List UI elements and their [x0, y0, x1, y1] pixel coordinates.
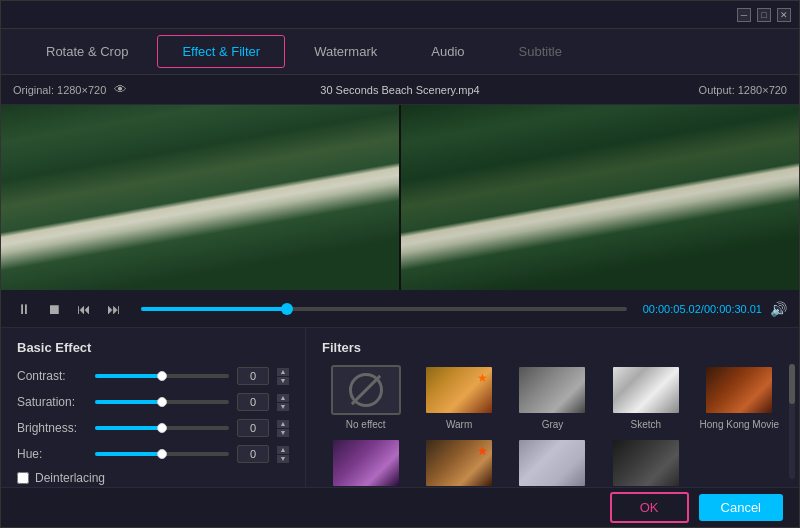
- output-resolution: Output: 1280×720: [647, 84, 787, 96]
- contrast-spinner: ▲ ▼: [277, 368, 289, 385]
- cancel-button[interactable]: Cancel: [699, 494, 783, 521]
- next-button[interactable]: ⏭: [103, 298, 125, 320]
- filter-sketch[interactable]: Sketch: [602, 365, 689, 430]
- basic-effect-panel: Basic Effect Contrast: ▲ ▼ Saturation:: [1, 328, 306, 487]
- filter-thumb-dark: [611, 438, 681, 487]
- contrast-fill: [95, 374, 162, 378]
- filter-dark[interactable]: [602, 438, 689, 487]
- brightness-down[interactable]: ▼: [277, 429, 289, 437]
- maximize-button[interactable]: □: [757, 8, 771, 22]
- filter-label-warm: Warm: [446, 419, 472, 430]
- brightness-up[interactable]: ▲: [277, 420, 289, 428]
- close-button[interactable]: ✕: [777, 8, 791, 22]
- filter-label-sketch: Sketch: [631, 419, 662, 430]
- filter-label-gray: Gray: [542, 419, 564, 430]
- filename-label: 30 Seconds Beach Scenery.mp4: [153, 84, 647, 96]
- filter-purple[interactable]: [322, 438, 409, 487]
- filter-thumb-warm: [424, 365, 494, 415]
- contrast-input[interactable]: [237, 367, 269, 385]
- basic-effect-title: Basic Effect: [17, 340, 289, 355]
- time-display: 00:00:05.02/00:00:30.01: [643, 303, 762, 315]
- title-bar: ─ □ ✕: [1, 1, 799, 29]
- filter-warm[interactable]: Warm: [415, 365, 502, 430]
- tab-audio[interactable]: Audio: [406, 35, 489, 68]
- info-bar: Original: 1280×720 👁 30 Seconds Beach Sc…: [1, 75, 799, 105]
- saturation-down[interactable]: ▼: [277, 403, 289, 411]
- preview-area: [1, 105, 799, 290]
- filters-grid: No effect Warm Gray: [322, 365, 783, 487]
- contrast-handle[interactable]: [157, 371, 167, 381]
- deinterlacing-row: Deinterlacing: [17, 471, 289, 485]
- hue-label: Hue:: [17, 447, 87, 461]
- tab-rotate[interactable]: Rotate & Crop: [21, 35, 153, 68]
- brightness-input[interactable]: [237, 419, 269, 437]
- brightness-slider[interactable]: [95, 426, 229, 430]
- hue-fill: [95, 452, 162, 456]
- original-video-frame: [1, 105, 399, 290]
- hue-up[interactable]: ▲: [277, 446, 289, 454]
- stop-button[interactable]: ⏹: [43, 298, 65, 320]
- filter-star[interactable]: [415, 438, 502, 487]
- filter-label-hk-movie: Hong Kong Movie: [700, 419, 780, 430]
- filter-thumb-sketch: [611, 365, 681, 415]
- hue-input[interactable]: [237, 445, 269, 463]
- preview-output: [401, 105, 799, 290]
- minimize-button[interactable]: ─: [737, 8, 751, 22]
- tab-watermark[interactable]: Watermark: [289, 35, 402, 68]
- brightness-handle[interactable]: [157, 423, 167, 433]
- bottom-bar: OK Cancel: [1, 487, 799, 527]
- original-resolution: Original: 1280×720: [13, 84, 106, 96]
- deinterlacing-checkbox[interactable]: [17, 472, 29, 484]
- brightness-label: Brightness:: [17, 421, 87, 435]
- hue-row: Hue: ▲ ▼: [17, 445, 289, 463]
- filter-no-effect[interactable]: No effect: [322, 365, 409, 430]
- scrollbar-thumb[interactable]: [789, 364, 795, 404]
- saturation-handle[interactable]: [157, 397, 167, 407]
- progress-bar[interactable]: [141, 307, 627, 311]
- filter-thumb-star: [424, 438, 494, 487]
- hue-slider[interactable]: [95, 452, 229, 456]
- tab-bar: Rotate & Crop Effect & Filter Watermark …: [1, 29, 799, 75]
- scrollbar-track: [789, 364, 795, 479]
- tab-subtitle[interactable]: Subtitle: [494, 35, 587, 68]
- controls-bar: ⏸ ⏹ ⏮ ⏭ 00:00:05.02/00:00:30.01 🔊: [1, 290, 799, 328]
- volume-icon[interactable]: 🔊: [770, 301, 787, 317]
- saturation-input[interactable]: [237, 393, 269, 411]
- ok-button[interactable]: OK: [610, 492, 689, 523]
- main-content: Basic Effect Contrast: ▲ ▼ Saturation:: [1, 328, 799, 487]
- progress-handle[interactable]: [281, 303, 293, 315]
- filter-thumb-no-effect: [331, 365, 401, 415]
- filter-thumb-fade: [517, 438, 587, 487]
- filter-hk-movie[interactable]: Hong Kong Movie: [696, 365, 783, 430]
- saturation-spinner: ▲ ▼: [277, 394, 289, 411]
- no-effect-icon: [349, 373, 383, 407]
- filter-gray[interactable]: Gray: [509, 365, 596, 430]
- filter-label-no-effect: No effect: [346, 419, 386, 430]
- hue-down[interactable]: ▼: [277, 455, 289, 463]
- contrast-slider[interactable]: [95, 374, 229, 378]
- contrast-row: Contrast: ▲ ▼: [17, 367, 289, 385]
- filter-thumb-purple: [331, 438, 401, 487]
- brightness-row: Brightness: ▲ ▼: [17, 419, 289, 437]
- app-window: ─ □ ✕ Rotate & Crop Effect & Filter Wate…: [0, 0, 800, 528]
- contrast-down[interactable]: ▼: [277, 377, 289, 385]
- saturation-up[interactable]: ▲: [277, 394, 289, 402]
- total-time: 00:00:30.01: [704, 303, 762, 315]
- deinterlacing-label: Deinterlacing: [35, 471, 105, 485]
- eye-icon[interactable]: 👁: [114, 82, 127, 97]
- hue-handle[interactable]: [157, 449, 167, 459]
- contrast-label: Contrast:: [17, 369, 87, 383]
- tab-effect[interactable]: Effect & Filter: [157, 35, 285, 68]
- pause-button[interactable]: ⏸: [13, 298, 35, 320]
- saturation-label: Saturation:: [17, 395, 87, 409]
- filters-panel: Filters No effect Warm: [306, 328, 799, 487]
- contrast-up[interactable]: ▲: [277, 368, 289, 376]
- saturation-fill: [95, 400, 162, 404]
- brightness-fill: [95, 426, 162, 430]
- prev-button[interactable]: ⏮: [73, 298, 95, 320]
- filter-thumb-hk-movie: [704, 365, 774, 415]
- saturation-slider[interactable]: [95, 400, 229, 404]
- filter-fade[interactable]: [509, 438, 596, 487]
- saturation-row: Saturation: ▲ ▼: [17, 393, 289, 411]
- brightness-spinner: ▲ ▼: [277, 420, 289, 437]
